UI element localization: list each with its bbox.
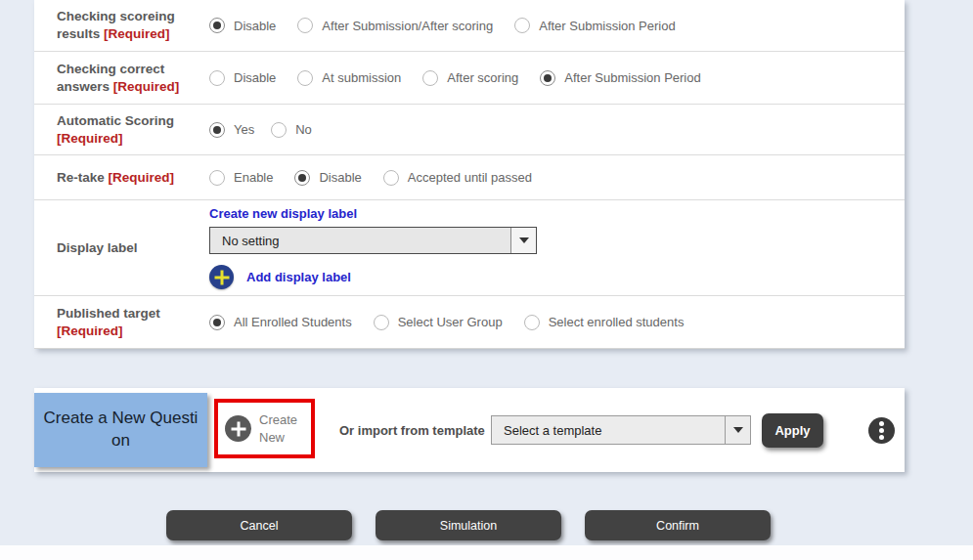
radio-icon <box>209 70 225 86</box>
radio-option-after-scoring[interactable]: After scoring <box>422 70 518 86</box>
row-label-text: Automatic Scoring <box>57 113 174 128</box>
radio-option-label: After Submission/After scoring <box>322 19 493 33</box>
import-from-template-label: Or import from template <box>339 388 485 472</box>
display-label-dropdown-value: No setting <box>210 228 510 253</box>
radio-option-label: Select enrolled students <box>549 315 685 329</box>
radio-option-label: After Submission Period <box>564 70 700 85</box>
form-row-checking-scoring-results: Checking scoreing results [Required] Dis… <box>34 0 905 52</box>
add-display-label-text: Add display label <box>246 270 351 284</box>
required-badge: [Required] <box>113 79 180 94</box>
row-label-text: Published target <box>57 306 160 321</box>
simulation-button[interactable]: Simulation <box>376 510 561 540</box>
required-badge: [Required] <box>57 131 123 146</box>
section-title: Create a New Question <box>34 393 207 467</box>
apply-button[interactable]: Apply <box>762 413 823 448</box>
row-label: Checking correct answers [Required] <box>34 61 206 95</box>
radio-option-label: Select User Group <box>398 315 503 329</box>
radio-group-retake: Enable Disable Accepted until passed <box>209 170 532 186</box>
row-label: Published target [Required] <box>34 305 206 339</box>
row-label: Automatic Scoring [Required] <box>34 112 206 147</box>
radio-option-after-submission-after-scoring[interactable]: After Submission/After scoring <box>297 18 493 33</box>
radio-option-no[interactable]: No <box>271 122 312 138</box>
radio-option-label: After scoring <box>447 70 518 85</box>
row-label: Display label <box>34 239 206 257</box>
radio-option-label: At submission <box>322 70 401 85</box>
radio-icon <box>297 70 313 86</box>
radio-option-select-user-group[interactable]: Select User Group <box>374 315 503 330</box>
radio-icon <box>271 122 287 138</box>
radio-icon <box>383 170 399 186</box>
radio-option-label: No <box>295 122 312 137</box>
radio-option-yes[interactable]: Yes <box>209 122 254 138</box>
radio-option-label: Disable <box>234 70 276 85</box>
radio-option-select-enrolled-students[interactable]: Select enrolled students <box>524 315 685 330</box>
radio-group-published-target: All Enrolled Students Select User Group … <box>209 315 684 330</box>
cancel-button[interactable]: Cancel <box>166 510 352 540</box>
plus-icon <box>209 265 234 289</box>
template-dropdown-value: Select a template <box>492 416 725 444</box>
row-label-text: Display label <box>57 240 138 255</box>
radio-group-automatic-scoring: Yes No <box>209 122 312 138</box>
radio-icon <box>297 18 313 33</box>
required-badge: [Required] <box>104 26 170 41</box>
form-row-checking-correct-answers: Checking correct answers [Required] Disa… <box>34 52 905 105</box>
row-label-text: Re-take <box>57 170 105 185</box>
radio-icon <box>374 315 389 330</box>
radio-option-label: All Enrolled Students <box>234 315 352 329</box>
radio-icon <box>540 70 555 86</box>
radio-option-disable[interactable]: Disable <box>294 170 361 186</box>
radio-icon <box>514 18 530 33</box>
form-row-automatic-scoring: Automatic Scoring [Required] Yes No <box>34 105 905 155</box>
create-new-question-section: Create a New Question Create New Or impo… <box>34 388 905 472</box>
radio-icon <box>209 18 225 33</box>
radio-group-checking-scoring-results: Disable After Submission/After scoring A… <box>209 18 676 33</box>
display-label-dropdown[interactable]: No setting <box>209 227 537 254</box>
row-label: Checking scoreing results [Required] <box>34 8 206 42</box>
radio-icon <box>294 170 310 186</box>
radio-group-checking-correct-answers: Disable At submission After scoring Afte… <box>209 70 701 86</box>
chevron-down-icon <box>510 228 536 253</box>
form-row-published-target: Published target [Required] All Enrolled… <box>34 296 905 349</box>
add-display-label-button[interactable]: Add display label <box>209 265 351 289</box>
plus-icon <box>225 415 251 442</box>
kebab-dots <box>879 428 884 433</box>
required-badge: [Required] <box>57 323 123 338</box>
create-new-button[interactable]: Create New <box>214 399 315 458</box>
create-new-display-label-link[interactable]: Create new display label <box>209 206 357 221</box>
radio-option-disable[interactable]: Disable <box>209 18 276 33</box>
kebab-menu-icon[interactable] <box>868 417 895 444</box>
row-label: Re-take [Required] <box>34 169 206 187</box>
radio-option-label: Yes <box>234 122 254 137</box>
form-row-display-label: Display label Create new display label N… <box>34 200 905 296</box>
radio-option-label: After Submission Period <box>539 19 675 33</box>
radio-option-at-submission[interactable]: At submission <box>297 70 401 86</box>
bottom-strip <box>0 545 973 560</box>
radio-option-accepted-until-passed[interactable]: Accepted until passed <box>383 170 532 186</box>
form-row-retake: Re-take [Required] Enable Disable Accept… <box>34 155 905 200</box>
radio-option-label: Accepted until passed <box>408 170 532 185</box>
chevron-down-icon <box>725 416 750 444</box>
radio-option-all-enrolled-students[interactable]: All Enrolled Students <box>209 315 352 330</box>
radio-option-label: Disable <box>234 19 276 33</box>
confirm-button[interactable]: Confirm <box>585 510 771 540</box>
display-label-controls: Create new display label No setting Add … <box>209 206 537 289</box>
radio-option-after-submission-period[interactable]: After Submission Period <box>540 70 700 86</box>
radio-option-after-submission-period[interactable]: After Submission Period <box>514 18 675 33</box>
required-badge: [Required] <box>109 170 175 185</box>
radio-icon <box>524 315 540 330</box>
radio-option-disable[interactable]: Disable <box>209 70 276 86</box>
create-new-button-label: Create New <box>259 411 310 446</box>
radio-icon <box>209 122 225 138</box>
radio-option-enable[interactable]: Enable <box>209 170 273 186</box>
template-dropdown[interactable]: Select a template <box>491 415 751 445</box>
radio-icon <box>422 70 438 86</box>
radio-option-label: Enable <box>234 170 273 185</box>
radio-icon <box>209 315 225 330</box>
quiz-settings-form: Checking scoreing results [Required] Dis… <box>34 0 905 349</box>
radio-icon <box>209 170 225 186</box>
radio-option-label: Disable <box>319 170 361 185</box>
